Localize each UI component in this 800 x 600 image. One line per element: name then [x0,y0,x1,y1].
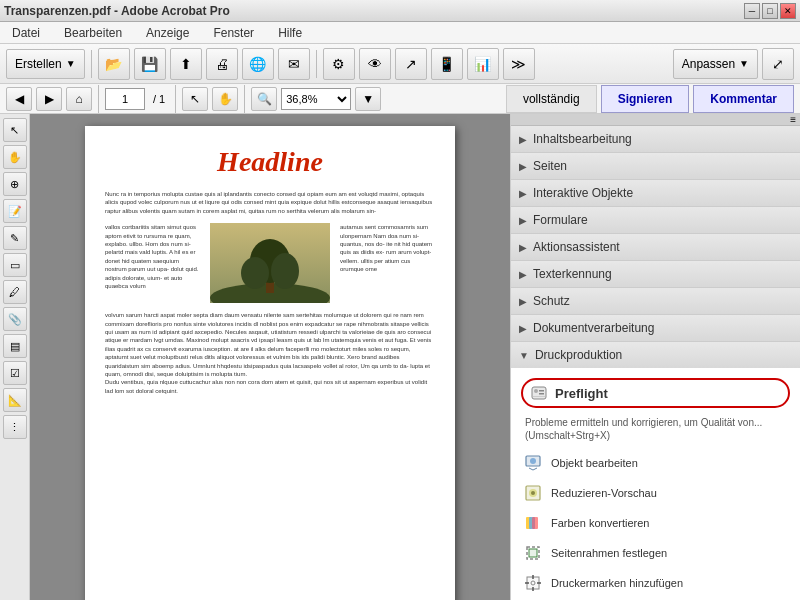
farben-item[interactable]: Farben konvertieren [511,508,800,538]
section-schutz: ▶ Schutz [511,288,800,315]
pdf-text-right: autamus sent commosamris sum ulonpernam … [340,223,435,303]
section-header-dokumentverarbeitung[interactable]: ▶ Dokumentverarbeitung [511,315,800,341]
lt-more[interactable]: ⋮ [3,415,27,439]
lt-highlight[interactable]: ▭ [3,253,27,277]
panel-toggle-icon[interactable]: ≡ [790,114,796,125]
tablet-button[interactable]: 📱 [431,48,463,80]
share-button[interactable]: ↗ [395,48,427,80]
lt-measure[interactable]: 📐 [3,388,27,412]
minimize-button[interactable]: ─ [744,3,760,19]
close-button[interactable]: ✕ [780,3,796,19]
zoom-select[interactable]: 36,8% 50% 75% 100% [281,88,351,110]
svg-rect-18 [532,517,538,529]
druckproduktion-content: Preflight Probleme ermitteln und korrigi… [511,368,800,600]
label-texterkennung: Texterkennung [533,267,612,281]
preflight-highlight[interactable]: Preflight [521,378,790,408]
main-area: ↖ ✋ ⊕ 📝 ✎ ▭ 🖊 📎 ▤ ☑ 📐 ⋮ Headline Nunc ra… [0,114,800,600]
nav-sep-2 [175,85,176,113]
druckermarken-item[interactable]: Druckermarken hinzufügen [511,568,800,598]
arrow-druckproduktion: ▼ [519,350,529,361]
select-button[interactable]: ↖ [182,87,208,111]
tab-signieren[interactable]: Signieren [601,85,690,113]
forward-button[interactable]: ▶ [36,87,62,111]
hand-button[interactable]: ✋ [212,87,238,111]
open-button[interactable]: 📂 [98,48,130,80]
section-header-texterkennung[interactable]: ▶ Texterkennung [511,261,800,287]
seitenrahmen-label: Seitenrahmen festlegen [551,546,667,560]
reduzieren-label: Reduzieren-Vorschau [551,486,657,500]
label-interaktive: Interaktive Objekte [533,186,633,200]
anpassen-button[interactable]: Anpassen ▼ [673,49,758,79]
page-number-input[interactable] [105,88,145,110]
lt-attach[interactable]: 📎 [3,307,27,331]
section-header-schutz[interactable]: ▶ Schutz [511,288,800,314]
label-seiten: Seiten [533,159,567,173]
objekt-bearbeiten-item[interactable]: Objekt bearbeiten [511,448,800,478]
section-header-formulare[interactable]: ▶ Formulare [511,207,800,233]
tab-kommentar[interactable]: Kommentar [693,85,794,113]
reduzieren-item[interactable]: Reduzieren-Vorschau [511,478,800,508]
section-header-druckproduktion[interactable]: ▼ Druckproduktion [511,342,800,368]
section-header-inhaltsbearbeitung[interactable]: ▶ Inhaltsbearbeitung [511,126,800,152]
left-toolbar: ↖ ✋ ⊕ 📝 ✎ ▭ 🖊 📎 ▤ ☑ 📐 ⋮ [0,114,30,600]
menu-hilfe[interactable]: Hilfe [274,24,306,42]
lt-form[interactable]: ☑ [3,361,27,385]
zoom-dropdown-button[interactable]: ▼ [355,87,381,111]
erstellen-arrow: ▼ [66,58,76,69]
browse-button[interactable]: 🌐 [242,48,274,80]
erstellen-button[interactable]: Erstellen ▼ [6,49,85,79]
label-druckproduktion: Druckproduktion [535,348,622,362]
separator-1 [91,50,92,78]
settings-button[interactable]: ⚙ [323,48,355,80]
menu-bar: Datei Bearbeiten Anzeige Fenster Hilfe [0,22,800,44]
pdf-intro-text: Nunc ra in temporius molupta custae quis… [105,190,435,215]
nav-bar: ◀ ▶ ⌂ / 1 ↖ ✋ 🔍 36,8% 50% 75% 100% ▼ vol… [0,84,800,114]
zoom-out-button[interactable]: 🔍 [251,87,277,111]
window-controls: ─ □ ✕ [744,3,796,19]
panel-header: ≡ [511,114,800,126]
expand-button[interactable]: ⤢ [762,48,794,80]
lt-pen[interactable]: ✎ [3,226,27,250]
section-header-interaktive[interactable]: ▶ Interaktive Objekte [511,180,800,206]
section-inhaltsbearbeitung: ▶ Inhaltsbearbeitung [511,126,800,153]
lt-layers[interactable]: ▤ [3,334,27,358]
pdf-body: vallos cortbariitis sitam simut quos apt… [105,223,435,303]
view-button[interactable]: 👁 [359,48,391,80]
reduzieren-icon [523,483,543,503]
pdf-view-area[interactable]: Headline Nunc ra in temporius molupta cu… [30,114,510,600]
lt-stamp[interactable]: 🖊 [3,280,27,304]
title-bar: Transparenzen.pdf - Adobe Acrobat Pro ─ … [0,0,800,22]
svg-point-5 [271,253,299,289]
lt-hand[interactable]: ✋ [3,145,27,169]
nav-sep-1 [98,85,99,113]
lt-arrow[interactable]: ↖ [3,118,27,142]
seitenrahmen-item[interactable]: Seitenrahmen festlegen [511,538,800,568]
home-button[interactable]: ⌂ [66,87,92,111]
arrow-dokumentverarbeitung: ▶ [519,323,527,334]
menu-anzeige[interactable]: Anzeige [142,24,193,42]
section-header-seiten[interactable]: ▶ Seiten [511,153,800,179]
lt-zoom[interactable]: ⊕ [3,172,27,196]
upload-button[interactable]: ⬆ [170,48,202,80]
section-header-aktionsassistent[interactable]: ▶ Aktionsassistent [511,234,800,260]
farben-icon [523,513,543,533]
anpassen-label: Anpassen [682,57,735,71]
menu-fenster[interactable]: Fenster [209,24,258,42]
back-button[interactable]: ◀ [6,87,32,111]
email-button[interactable]: ✉ [278,48,310,80]
more-button[interactable]: ≫ [503,48,535,80]
lt-note[interactable]: 📝 [3,199,27,223]
arrow-interaktive: ▶ [519,188,527,199]
tab-vollstandig[interactable]: vollständig [506,85,597,113]
druckermarken-icon [523,573,543,593]
arrow-schutz: ▶ [519,296,527,307]
menu-bearbeiten[interactable]: Bearbeiten [60,24,126,42]
seitenrahmen-icon [523,543,543,563]
section-formulare: ▶ Formulare [511,207,800,234]
chart-button[interactable]: 📊 [467,48,499,80]
pdf-page: Headline Nunc ra in temporius molupta cu… [85,126,455,600]
menu-datei[interactable]: Datei [8,24,44,42]
save-button[interactable]: 💾 [134,48,166,80]
print-button[interactable]: 🖨 [206,48,238,80]
maximize-button[interactable]: □ [762,3,778,19]
